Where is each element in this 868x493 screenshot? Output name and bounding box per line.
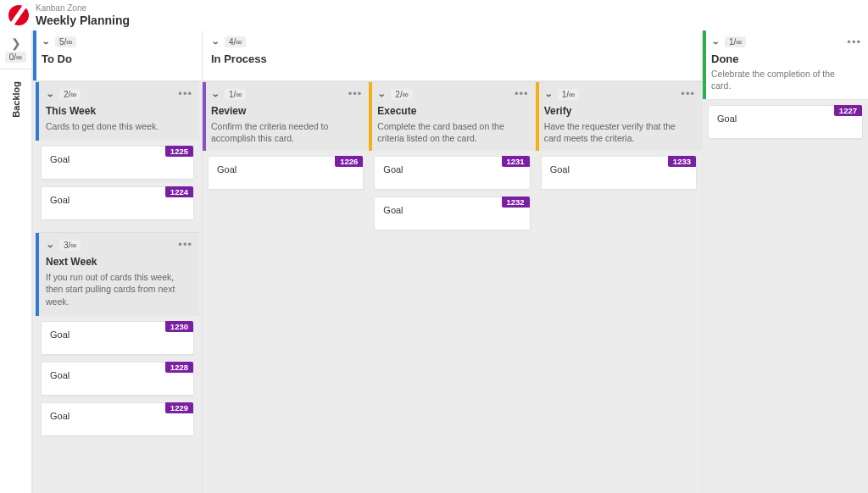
card-id-tag: 1232 <box>502 197 530 208</box>
chevron-down-icon[interactable]: ⌄ <box>42 36 50 46</box>
card-id-tag: 1230 <box>165 321 193 332</box>
lane-description: Confirm the criteria needed to accomplis… <box>211 120 355 144</box>
kanban-card[interactable]: Goal 1224 <box>41 186 194 220</box>
card-id-tag: 1233 <box>668 156 696 167</box>
lane-wip-badge: 2/∞ <box>59 89 81 100</box>
kanban-card[interactable]: Goal 1229 <box>41 402 194 436</box>
lane-execute: ⌄ 2/∞ ••• Execute Complete the card base… <box>369 81 535 493</box>
lane-menu-icon[interactable]: ••• <box>348 87 363 100</box>
lane-menu-icon[interactable]: ••• <box>681 87 695 100</box>
kanban-card[interactable]: Goal 1231 <box>374 156 530 190</box>
lane-description: If you run out of cards this week, then … <box>46 271 190 307</box>
chevron-down-icon[interactable]: ⌄ <box>544 89 553 98</box>
chevron-down-icon[interactable]: ⌄ <box>211 89 220 98</box>
kanban-card[interactable]: Goal 1232 <box>374 197 530 230</box>
card-id-tag: 1226 <box>335 156 363 167</box>
chevron-down-icon[interactable]: ⌄ <box>46 241 54 250</box>
column-done: ⌄ 1/∞ ••• Done Celebrate the completion … <box>702 30 868 493</box>
column-in-process: ⌄ 4/∞ In Process ⌄ 1/∞ ••• Review <box>202 30 702 493</box>
kanban-card[interactable]: Goal 1230 <box>41 321 194 355</box>
chevron-right-icon[interactable]: ❯ <box>11 36 21 50</box>
card-id-tag: 1228 <box>165 362 193 373</box>
card-id-tag: 1227 <box>834 105 862 116</box>
kanban-card[interactable]: Goal 1228 <box>41 362 194 396</box>
lane-title: This Week <box>46 105 191 117</box>
kanban-card[interactable]: Goal 1226 <box>208 156 364 190</box>
lane-menu-icon[interactable]: ••• <box>178 87 192 100</box>
kanban-card[interactable]: Goal 1233 <box>541 156 697 190</box>
backlog-column-collapsed[interactable]: ❯ 0/∞ Backlog <box>0 30 32 493</box>
column-title: In Process <box>211 53 693 65</box>
chevron-down-icon[interactable]: ⌄ <box>211 36 220 46</box>
card-id-tag: 1225 <box>165 146 193 157</box>
process-wip-badge: 4/∞ <box>225 36 246 47</box>
lane-verify: ⌄ 1/∞ ••• Verify Have the requester veri… <box>536 81 702 493</box>
card-id-tag: 1231 <box>502 156 530 167</box>
column-stripe <box>33 30 36 80</box>
lane-wip-badge: 2/∞ <box>391 89 412 100</box>
kanban-card[interactable]: Goal 1225 <box>41 146 194 180</box>
app-logo <box>8 5 29 25</box>
column-todo: ⌄ 5/∞ To Do ⌄ 2/∞ ••• This Week <box>32 30 202 493</box>
backlog-label: Backlog <box>11 81 21 118</box>
board: ❯ 0/∞ Backlog ⌄ 5/∞ To Do <box>0 30 868 493</box>
app-title: Weekly Planning <box>36 14 130 27</box>
card-id-tag: 1229 <box>165 402 193 413</box>
lane-title: Review <box>211 105 362 117</box>
chevron-down-icon[interactable]: ⌄ <box>711 36 720 46</box>
lane-wip-badge: 1/∞ <box>225 89 246 100</box>
app-subtitle: Kanban Zone <box>36 3 130 14</box>
kanban-card[interactable]: Goal 1227 <box>708 105 863 139</box>
card-id-tag: 1224 <box>165 186 193 197</box>
chevron-down-icon[interactable]: ⌄ <box>377 89 386 98</box>
column-menu-icon[interactable]: ••• <box>847 36 861 48</box>
lane-title: Next Week <box>46 256 191 268</box>
lane-description: Complete the card based on the criteria … <box>377 120 521 144</box>
lane-description: Have the requester verify that the card … <box>544 120 688 144</box>
lane-description: Cards to get done this week. <box>46 120 190 132</box>
column-title: Done <box>711 53 860 65</box>
chevron-down-icon[interactable]: ⌄ <box>46 89 54 98</box>
backlog-wip-badge: 0/∞ <box>5 52 26 63</box>
lane-title: Execute <box>377 105 528 117</box>
lane-wip-badge: 1/∞ <box>558 89 579 100</box>
column-description: Celebrate the completion of the card. <box>711 69 855 91</box>
lane-this-week: ⌄ 2/∞ ••• This Week Cards to get done th… <box>36 81 199 225</box>
done-wip-badge: 1/∞ <box>725 36 746 47</box>
lane-menu-icon[interactable]: ••• <box>515 87 529 100</box>
lane-menu-icon[interactable]: ••• <box>178 238 192 251</box>
lane-wip-badge: 3/∞ <box>59 240 81 251</box>
column-title: To Do <box>42 53 193 65</box>
lane-title: Verify <box>544 105 695 117</box>
lane-next-week: ⌄ 3/∞ ••• Next Week If you run out of ca… <box>36 232 199 441</box>
todo-wip-badge: 5/∞ <box>55 36 76 47</box>
lane-review: ⌄ 1/∞ ••• Review Confirm the criteria ne… <box>203 81 369 493</box>
app-header: Kanban Zone Weekly Planning <box>0 0 868 30</box>
